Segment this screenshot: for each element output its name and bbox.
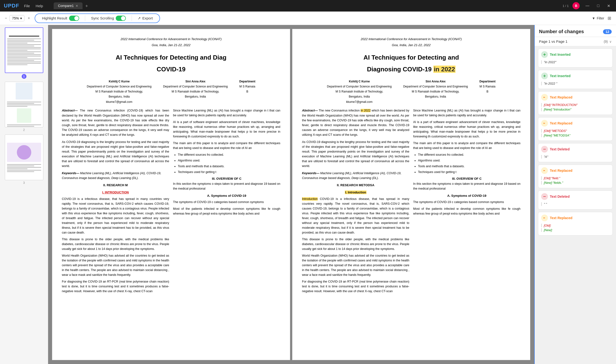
thumb-line [7,170,41,170]
zoom-out-button[interactable]: − [5,16,7,20]
change-item-4[interactable]: Text Replaced [Old]:"METODS" [New]:"METO… [538,117,613,141]
abstract-label-right: Abstract— [302,109,318,112]
change-item-7[interactable]: Text Deleted " " [538,191,613,209]
change-item-5[interactable]: Text Deleted "A" [538,143,613,162]
filter-button[interactable]: ▼ Filter [592,16,604,20]
intro-para-right: Introduction COVID-19 is a infectious di… [302,196,409,235]
thumb-content-3 [5,141,43,174]
page-compare-label: Page 1 vs Page 1 [539,39,567,43]
change-type-5: Text Deleted [550,147,570,151]
page-compare-row[interactable]: Page 1 vs Page 1 (9) ∨ [535,37,616,46]
symptoms-sub-right: A. Symptoms of COVID-19 [413,194,520,198]
change-header-1: Text Inserted [538,49,612,59]
disease-para-right: This disease is prone to the older peopl… [302,237,409,251]
maximize-button[interactable]: □ [595,3,601,8]
conference-left: 2022 International Conference for Advanc… [62,37,280,42]
author2-dept-right: Department of Computer Science and Engin… [403,84,468,89]
thumbnail-page-2[interactable]: 2 [2,82,45,132]
thumb-line [7,102,41,102]
authors-row-left: Kshitij C Kurne Department of Computer S… [62,79,280,104]
thumbnail-page-3[interactable]: 3 [2,135,45,184]
change-quote-7: " " [541,202,610,206]
thumb-line [7,44,41,45]
change-quote-1: "in 2022" [541,60,610,64]
change-body-2: "in 2022 " [538,81,612,89]
author3-city: B [239,89,255,94]
replaced-icon-3 [541,94,548,101]
bullet2-right: Algorithms used. [418,158,520,163]
change-item-1[interactable]: Text Inserted "in 2022" [538,49,613,67]
toolbar-divider [85,15,85,21]
toolbar-left: − 75% ▾ ＋ [5,15,31,21]
page-number-3: 3 [23,181,25,184]
document-area: 2022 International Conference for Advanc… [48,25,534,364]
page-badge-1: 1 [22,74,27,79]
who-para-left: World Health Organization (WHO) has advi… [62,253,169,277]
thumb-line [7,166,34,166]
intro-highlight-right: Introduction [302,197,318,201]
highlight-result-toggle[interactable] [69,16,79,21]
thumb-line [7,41,41,42]
sync-scrolling-toggle[interactable] [116,16,126,21]
thumb-line [7,65,28,65]
conference-right: 2022 International Conference for Advanc… [302,37,520,42]
doc-content-right: 2022 International Conference for Advanc… [292,29,530,303]
author2-right: Sini Anna Alex Department of Computer Sc… [403,79,468,104]
chevron-icon: ∨ [609,40,612,43]
thumb-content-2 [5,82,43,127]
thumbnail-image-3 [5,135,43,180]
thumbnail-image-2 [5,82,43,127]
minimize-button[interactable]: — [584,3,591,8]
nav-menu: File Help [24,4,43,8]
change-item-2[interactable]: Text Inserted "in 2022 " [538,70,613,89]
change-item-6[interactable]: Text Replaced [Old]:"field." [New]:"fiel… [538,165,613,188]
keywords-label-right: Keywords— [302,171,319,175]
change-body-8: [Old]: [New]: [538,223,612,235]
thumbnail-page-1[interactable]: 1 [2,27,45,79]
author1-email: kkurne7@gmail.com [87,100,152,104]
abstract-left: Abstract— The new Coronavirus infection … [62,108,169,137]
export-icon: ↗ [138,16,141,20]
export-button[interactable]: ↗ Export [138,16,153,20]
abstract-right: Abstract— The new Coronavirus infection … [302,108,409,137]
change-new-4: [New]:"METODSA" [541,134,610,137]
close-button[interactable]: ✕ [605,3,612,9]
thumb-line [7,106,28,107]
export-label: Export [142,16,153,20]
change-header-5: Text Deleted [538,143,612,154]
zoom-control[interactable]: 75% ▾ [9,15,25,21]
filter-label: Filter [597,16,604,20]
doc-panel-left[interactable]: 2022 International Conference for Advanc… [52,29,290,360]
author3-city-right: B [479,89,495,94]
rtpcr-para-right: For diagnosing the COVID-19 an RT-PCR (r… [302,279,409,294]
user-avatar[interactable]: B [573,2,580,9]
highlight-result-label: Highlight Result [42,16,67,20]
change-item-3[interactable]: Text Replaced [Old]:"INTRODUCTION" [New]… [538,91,613,115]
zoom-in-button[interactable]: ＋ [27,16,31,21]
toolbar-divider-2 [132,15,132,21]
change-new-8: [New]: [541,228,610,232]
layout-button[interactable]: ⊞ [608,16,611,21]
change-item-8[interactable]: Text Replaced [Old]: [New]: [538,212,613,235]
tab-compare1[interactable]: Compare1 ✕ [54,2,83,9]
col-right-left: Since Machine Learning (ML) as (AI) has … [173,108,280,296]
thumb-line [7,126,34,127]
ml-side-left: Since Machine Learning (ML) as (AI) has … [173,108,280,118]
bullet1-left: The different sources fro collected. [178,152,280,157]
aim-side-left: The main aim of this paper is to analyze… [173,141,280,150]
tab-add-button[interactable]: ＋ [84,3,89,9]
nav-file[interactable]: File [24,4,30,8]
tab-close-button[interactable]: ✕ [76,4,78,8]
thumb-line [7,49,41,49]
thumb-line [7,169,28,169]
author1-city-right: Bengaluru, India [327,94,392,99]
page-compare-count: (9) ∨ [604,40,612,43]
nav-help[interactable]: Help [36,4,43,8]
thumb-line [7,50,28,51]
doc-panel-right[interactable]: 2022 International Conference for Advanc… [292,29,530,360]
col-left-right: Abstract— The new Coronavirus infection … [302,108,409,296]
symptoms-text-right: The symptoms of COVID-19 c categories ba… [413,200,520,205]
thumb-line [7,43,28,43]
author2-city-right: Bengaluru, India [403,94,468,99]
thumb-line [7,124,41,125]
